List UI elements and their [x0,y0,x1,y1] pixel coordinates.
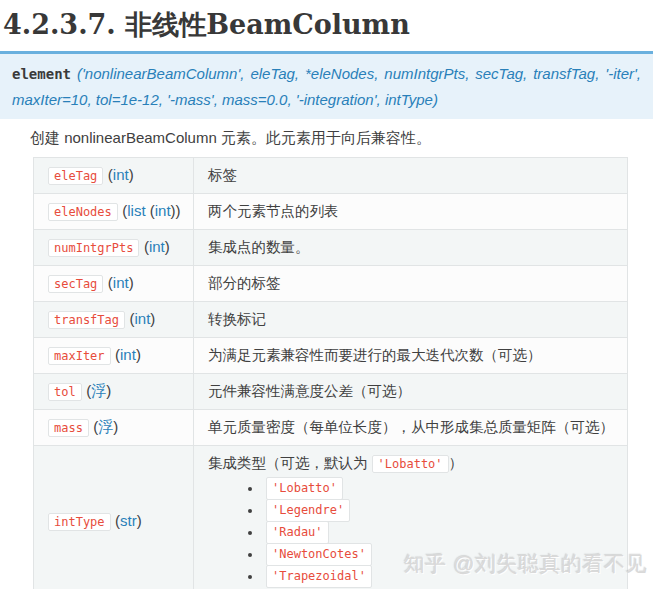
desc-cell: 元件兼容性满意度公差（可选） [194,374,628,410]
bullet-icon [248,487,252,491]
signature-args-line2: maxIter=10, tol=1e-12, '-mass', mass=0.0… [12,91,438,108]
signature-keyword: element [12,66,71,82]
type-link[interactable]: int [134,310,150,327]
param-cell-transfTag: transfTag (int) [34,302,194,338]
desc-cell: 集成类型（可选，默认为 'Lobatto'）'Lobatto''Legendre… [194,446,628,589]
param-cell-numIntgrPts: numIntgrPts (int) [34,230,194,266]
bullet-icon [248,531,252,535]
option-item: 'NewtonCotes' [248,545,619,564]
type-link[interactable]: int [113,166,129,183]
desc-cell: 转换标记 [194,302,628,338]
param-cell-eleNodes: eleNodes (list (int)) [34,194,194,230]
param-name-code: mass [48,419,89,437]
type-paren: ( [146,202,155,219]
options-intro: 集成类型（可选，默认为 'Lobatto'） [208,453,619,474]
option-code: 'NewtonCotes' [266,543,372,566]
default-option-code: 'Lobatto' [372,455,449,473]
signature-line-2: maxIter=10, tol=1e-12, '-mass', mass=0.0… [12,87,641,112]
param-cell-secTag: secTag (int) [34,266,194,302]
param-cell-intType: intType (str) [34,446,194,589]
type-paren: ) [137,512,142,529]
type-link[interactable]: str [120,512,137,529]
type-link[interactable]: list [127,202,145,219]
type-link[interactable]: int [113,274,129,291]
param-name-code: eleTag [48,167,103,185]
option-item: 'Legendre' [248,501,619,520]
param-type: (int) [108,274,134,291]
param-type: (int) [108,166,134,183]
table-row: maxIter (int)为满足元素兼容性而要进行的最大迭代次数（可选） [34,338,628,374]
function-signature-block: element ('nonlinearBeamColumn', eleTag, … [0,51,653,119]
param-name-code: tol [48,383,82,401]
param-name-code: transfTag [48,311,125,329]
bullet-icon [248,509,252,513]
param-name-code: eleNodes [48,203,118,221]
table-row: secTag (int)部分的标签 [34,266,628,302]
option-item: 'Lobatto' [248,479,619,498]
param-type: (int) [129,310,155,327]
desc-cell: 单元质量密度（每单位长度），从中形成集总质量矩阵（可选） [194,410,628,446]
type-paren: ) [129,274,134,291]
document-page: 4.2.3.7. 非线性BeamColumn element ('nonline… [0,8,653,589]
type-paren: )) [171,202,181,219]
options-list: 'Lobatto''Legendre''Radau''NewtonCotes''… [248,479,619,586]
type-paren: ) [150,310,155,327]
bullet-icon [248,575,252,579]
param-name-code: maxIter [48,347,111,365]
option-code: 'Lobatto' [266,477,343,500]
param-type: (int) [115,346,141,363]
param-cell-tol: tol (浮) [34,374,194,410]
parameter-table-body: eleTag (int)标签eleNodes (list (int))两个元素节… [34,158,628,589]
param-type: (str) [115,512,142,529]
table-row: numIntgrPts (int)集成点的数量。 [34,230,628,266]
param-type: (int) [144,238,170,255]
type-link[interactable]: 浮 [91,382,106,399]
signature-line-1: element ('nonlinearBeamColumn', eleTag, … [12,61,641,87]
option-code: 'Radau' [266,521,329,544]
option-code: 'Legendre' [266,499,350,522]
table-row: transfTag (int)转换标记 [34,302,628,338]
type-link[interactable]: int [120,346,136,363]
param-type: (list (int)) [122,202,180,219]
param-cell-mass: mass (浮) [34,410,194,446]
type-paren: ) [165,238,170,255]
table-row: intType (str)集成类型（可选，默认为 'Lobatto'）'Loba… [34,446,628,589]
type-paren: ) [113,418,118,435]
type-paren: ) [129,166,134,183]
table-row: tol (浮)元件兼容性满意度公差（可选） [34,374,628,410]
desc-cell: 标签 [194,158,628,194]
param-type: (浮) [93,418,118,435]
type-link[interactable]: int [149,238,165,255]
param-name-code: numIntgrPts [48,239,139,257]
table-row: eleTag (int)标签 [34,158,628,194]
param-name-code: secTag [48,275,103,293]
param-cell-maxIter: maxIter (int) [34,338,194,374]
page-title: 4.2.3.7. 非线性BeamColumn [3,8,653,41]
desc-cell: 集成点的数量。 [194,230,628,266]
param-type: (浮) [86,382,111,399]
option-item: 'Radau' [248,523,619,542]
desc-cell: 两个元素节点的列表 [194,194,628,230]
type-link[interactable]: int [155,202,171,219]
type-paren: ) [136,346,141,363]
table-row: eleNodes (list (int))两个元素节点的列表 [34,194,628,230]
option-item: 'Trapezoidal' [248,567,619,586]
type-link[interactable]: 浮 [98,418,113,435]
desc-cell: 为满足元素兼容性而要进行的最大迭代次数（可选） [194,338,628,374]
type-paren: ) [106,382,111,399]
description-paragraph: 创建 nonlinearBeamColumn 元素。此元素用于向后兼容性。 [30,128,653,147]
signature-args-line1: ('nonlinearBeamColumn', eleTag, *eleNode… [77,65,641,82]
desc-cell: 部分的标签 [194,266,628,302]
param-name-code: intType [48,513,111,531]
parameter-table: eleTag (int)标签eleNodes (list (int))两个元素节… [33,157,628,589]
table-row: mass (浮)单元质量密度（每单位长度），从中形成集总质量矩阵（可选） [34,410,628,446]
param-cell-eleTag: eleTag (int) [34,158,194,194]
bullet-icon [248,553,252,557]
option-code: 'Trapezoidal' [266,565,372,588]
